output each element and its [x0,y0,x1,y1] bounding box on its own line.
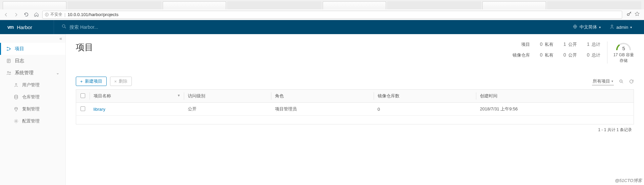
svg-rect-2 [47,15,47,16]
chevron-down-icon: ⌄ [56,71,59,75]
refresh-icon[interactable] [629,79,634,84]
cell-access: 公开 [184,103,271,116]
globe-icon [573,24,578,30]
stat-repo-total: 0总计 [587,52,600,58]
svg-point-14 [14,95,17,96]
back-button[interactable] [2,11,10,19]
storage-capacity: 17 GB 容量 [613,52,634,58]
insecure-label: 不安全 [50,12,62,17]
sidebar-collapse-button[interactable]: « [0,34,65,43]
svg-point-6 [611,25,613,27]
col-name[interactable]: 项目名称▾ [90,90,184,103]
cell-created: 2018/7/31 上午9:56 [476,103,634,116]
sidebar-item-registries[interactable]: 仓库管理 [0,91,65,103]
col-access[interactable]: 访问级别 [184,90,271,103]
sidebar-item-config[interactable]: 配置管理 [0,115,65,127]
language-label: 中文简体 [580,24,597,30]
stat-project-private: 0私有 [540,41,553,48]
table-toolbar: + 新建项目 × 删除 所有项目 ▾ [76,77,634,86]
select-all-checkbox[interactable] [80,93,85,98]
svg-point-7 [7,47,8,48]
new-project-label: 新建项目 [85,78,102,84]
col-repo-count[interactable]: 镜像仓库数 [374,90,476,103]
search-icon[interactable] [619,79,624,84]
svg-point-3 [627,13,629,15]
user-label: admin [616,25,628,30]
insecure-icon: 不安全 [45,12,62,17]
chevron-down-icon: ▾ [599,25,601,29]
sidebar-item-label: 日志 [15,58,24,64]
storage-gauge: 5 17 GB 容量 存储 [607,41,634,64]
project-link[interactable]: library [94,107,105,112]
svg-point-15 [15,107,17,108]
svg-point-12 [9,72,10,73]
user-icon [609,24,614,30]
stats-row-projects: 项目 [513,41,530,48]
sidebar-item-projects[interactable]: 项目 [0,43,65,55]
project-filter-select[interactable]: 所有项目 ▾ [592,78,614,85]
reload-button[interactable] [22,11,30,19]
vmware-logo-text: vm [7,24,13,30]
chevron-down-icon: ▾ [630,25,632,29]
forward-button[interactable] [12,11,20,19]
sidebar: « 项目 日志 系统管理 ⌄ 用户管理 仓库管理 复制管理 配 [0,34,66,185]
storage-label: 存储 [613,58,634,64]
sidebar-item-label: 仓库管理 [22,94,40,100]
logs-icon [6,58,11,64]
star-icon[interactable] [634,11,640,18]
svg-rect-1 [47,14,47,15]
search-icon [61,24,67,30]
sidebar-item-label: 复制管理 [22,106,40,112]
language-selector[interactable]: 中文简体 ▾ [573,24,601,30]
browser-toolbar: 不安全 | 10.0.0.101/harbor/projects [0,9,644,20]
x-icon: × [114,79,117,84]
sidebar-item-label: 系统管理 [15,70,34,76]
sidebar-item-label: 项目 [15,46,24,52]
users-icon [13,82,19,88]
main-content: 项目 项目 0私有 1公开 1总计 镜像仓库 0私有 0公开 0总计 5 17 … [66,34,644,185]
row-checkbox[interactable] [80,106,85,111]
col-role[interactable]: 角色 [271,90,373,103]
projects-icon [6,46,11,52]
admin-icon [6,70,11,76]
delete-label: 删除 [119,78,127,84]
replication-icon [13,106,19,112]
stat-repo-public: 0公开 [564,52,577,58]
sidebar-item-users[interactable]: 用户管理 [0,79,65,91]
svg-point-11 [7,71,9,73]
url-text: 10.0.0.101/harbor/projects [67,12,118,17]
registry-icon [13,94,19,100]
svg-point-16 [15,120,17,122]
app-logo[interactable]: vm Harbor [0,24,54,30]
plus-icon: + [80,79,83,84]
filter-icon[interactable]: ▾ [178,93,180,98]
svg-point-8 [7,50,8,51]
storage-used-value: 5 [615,45,632,51]
chevron-down-icon: ▾ [611,79,613,83]
user-menu[interactable]: admin ▾ [609,24,632,30]
table-pager: 1 - 1 共计 1 条记录 [76,124,634,135]
sidebar-item-label: 用户管理 [22,82,40,88]
delete-button: × 删除 [110,77,132,86]
header-checkbox-cell [76,90,90,103]
global-search[interactable] [54,20,573,34]
sidebar-item-logs[interactable]: 日志 [0,55,65,67]
address-bar[interactable]: 不安全 | 10.0.0.101/harbor/projects [42,11,622,19]
col-created[interactable]: 创建时间 [476,90,634,103]
svg-point-13 [15,83,17,85]
browser-tab-strip [0,0,644,9]
sidebar-item-replication[interactable]: 复制管理 [0,103,65,115]
stat-project-total: 1总计 [587,41,600,48]
home-button[interactable] [32,11,40,19]
new-project-button[interactable]: + 新建项目 [76,77,107,86]
product-name: Harbor [17,24,32,30]
search-input[interactable] [69,24,157,30]
watermark: @51CTO博客 [615,178,642,184]
cell-role: 项目管理员 [271,103,373,116]
table-row[interactable]: library 公开 项目管理员 0 2018/7/31 上午9:56 [76,103,634,116]
projects-table: 项目名称▾ 访问级别 角色 镜像仓库数 创建时间 library 公开 项目管理… [76,89,634,124]
app-header: vm Harbor 中文简体 ▾ admin ▾ [0,20,644,34]
key-icon [626,11,632,18]
sidebar-item-label: 配置管理 [22,118,40,124]
sidebar-item-admin[interactable]: 系统管理 ⌄ [0,67,65,79]
